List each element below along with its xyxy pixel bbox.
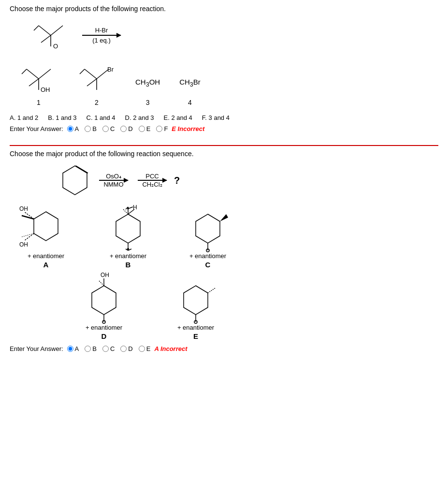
q1-product-2-label: 2 — [95, 99, 99, 106]
q1-radio-e[interactable]: E — [139, 125, 151, 132]
q2-product-d-enantiomer: + enantiomer — [86, 324, 122, 331]
svg-text:O: O — [53, 43, 58, 50]
q2-products-row2: OH + enantiomer D + enantiomer E — [77, 278, 438, 340]
question-1-text: Choose the major products of the followi… — [10, 5, 438, 13]
q2-products-row1: OH OH + enantiomer A H — [19, 207, 438, 269]
q1-radio-input-c[interactable] — [102, 126, 109, 132]
svg-text:OH: OH — [19, 205, 28, 212]
svg-point-37 — [127, 207, 129, 209]
q2-radio-b[interactable]: B — [85, 345, 97, 352]
q2-radio-input-e[interactable] — [139, 346, 145, 352]
q1-answer-options: A. 1 and 2 B. 1 and 3 C. 1 and 4 D. 2 an… — [10, 114, 438, 121]
q1-answer-row: Enter Your Answer: A B C D E — [10, 125, 438, 132]
svg-line-17 — [80, 69, 85, 74]
q1-product-2-svg: Br — [77, 62, 116, 96]
svg-marker-40 — [220, 214, 228, 221]
q2-product-d-letter: D — [101, 332, 107, 340]
q2-radio-e[interactable]: E — [139, 345, 151, 352]
q1-radio-input-a[interactable] — [67, 126, 73, 132]
q1-product-4-label: 4 — [188, 99, 192, 106]
q1-radio-d[interactable]: D — [120, 125, 132, 132]
q2-radio-label-b: B — [92, 345, 97, 352]
q1-product-3: CH3OH 3 — [135, 73, 160, 106]
svg-line-7 — [39, 69, 51, 79]
q2-product-a-svg: OH OH — [19, 207, 72, 250]
q1-radio-label-f: F — [164, 125, 168, 132]
svg-line-11 — [22, 69, 27, 74]
q2-radio-input-c[interactable] — [102, 346, 109, 352]
q1-opt-c: C. 1 and 4 — [87, 114, 116, 121]
q2-question-mark: ? — [174, 175, 180, 186]
q1-starting-material: O — [29, 18, 72, 52]
q1-opt-a: A. 1 and 2 — [10, 114, 38, 121]
question-2-block: Choose the major product of the followin… — [10, 150, 438, 360]
svg-line-33 — [128, 209, 134, 214]
q2-product-b: H + enantiomer B — [101, 207, 155, 269]
q2-reagent2-line1: PCC — [145, 173, 159, 180]
q1-radio-label-e: E — [146, 125, 151, 132]
q2-radio-a[interactable]: A — [67, 345, 79, 352]
q2-product-a-letter: A — [43, 261, 49, 269]
svg-line-30 — [129, 207, 133, 208]
q1-radio-input-d[interactable] — [120, 126, 127, 132]
svg-line-1 — [51, 26, 63, 35]
q2-product-c: + enantiomer C — [184, 207, 232, 269]
q2-radio-d[interactable]: D — [120, 345, 132, 352]
svg-marker-27 — [116, 214, 140, 243]
q2-radio-c[interactable]: C — [102, 345, 115, 352]
q1-radio-c[interactable]: C — [102, 125, 115, 132]
q2-radio-input-b[interactable] — [85, 346, 91, 352]
q1-radio-b[interactable]: B — [85, 125, 97, 132]
q2-reagent1-line2: NMMO — [103, 181, 123, 188]
svg-line-15 — [87, 79, 97, 86]
svg-line-3 — [41, 35, 51, 43]
svg-line-6 — [27, 69, 39, 79]
q2-product-c-letter: C — [205, 261, 211, 269]
svg-line-0 — [39, 26, 51, 35]
q2-radio-group[interactable]: A B C D E — [67, 345, 151, 352]
q2-reagent2-line2: CH₂Cl₂ — [142, 181, 162, 188]
svg-line-19 — [76, 166, 88, 173]
q1-product-1-svg: OH — [19, 62, 58, 96]
q1-product-3-label: 3 — [146, 99, 150, 106]
svg-point-38 — [127, 248, 129, 250]
svg-marker-49 — [184, 286, 208, 315]
svg-line-23 — [24, 233, 34, 241]
q1-radio-input-f[interactable] — [156, 126, 162, 132]
q2-reaction-area: OsO₄ NMMO PCC CH₂Cl₂ ? — [58, 163, 438, 197]
q2-product-b-enantiomer: + enantiomer — [110, 252, 146, 260]
q1-opt-d: D. 2 and 3 — [125, 114, 154, 121]
q2-result: A Incorrect — [154, 345, 187, 352]
q1-radio-group[interactable]: A B C D E F — [67, 125, 168, 132]
svg-text:OH: OH — [41, 86, 50, 93]
q1-reaction-area: O H-Br (1 eq.) — [29, 18, 438, 52]
svg-line-46 — [99, 281, 104, 286]
svg-text:OH: OH — [19, 241, 28, 248]
q2-radio-input-a[interactable] — [67, 346, 73, 352]
question-1-block: Choose the major products of the followi… — [10, 5, 438, 140]
q1-radio-f[interactable]: F — [156, 125, 168, 132]
q2-reagent1-line1: OsO₄ — [106, 173, 121, 180]
q1-product-1-label: 1 — [37, 99, 41, 106]
q1-reagent-line2: (1 eq.) — [92, 37, 111, 44]
q1-products-row: OH 1 Br 2 CH3OH 3 CH3Br 4 — [19, 62, 438, 106]
q2-product-b-svg: H — [101, 207, 155, 250]
q2-product-e: + enantiomer E — [169, 278, 222, 340]
q2-product-a: OH OH + enantiomer A — [19, 207, 72, 269]
q2-radio-label-c: C — [110, 345, 115, 352]
q1-radio-input-e[interactable] — [139, 126, 145, 132]
svg-line-12 — [85, 69, 97, 79]
svg-line-50 — [208, 288, 215, 293]
q1-radio-label-b: B — [92, 125, 97, 132]
q2-reagent1-box: OsO₄ NMMO — [99, 173, 128, 188]
q1-radio-a[interactable]: A — [67, 125, 79, 132]
q1-radio-label-d: D — [128, 125, 132, 132]
q2-radio-input-d[interactable] — [120, 346, 127, 352]
q1-radio-label-c: C — [110, 125, 115, 132]
q1-answer-label: Enter Your Answer: — [10, 125, 63, 132]
q2-radio-label-e: E — [146, 345, 151, 352]
q2-arrow1 — [99, 180, 128, 181]
q1-reagent-line1: H-Br — [95, 27, 108, 34]
q1-opt-e: E. 2 and 4 — [164, 114, 192, 121]
q1-radio-input-b[interactable] — [85, 126, 91, 132]
